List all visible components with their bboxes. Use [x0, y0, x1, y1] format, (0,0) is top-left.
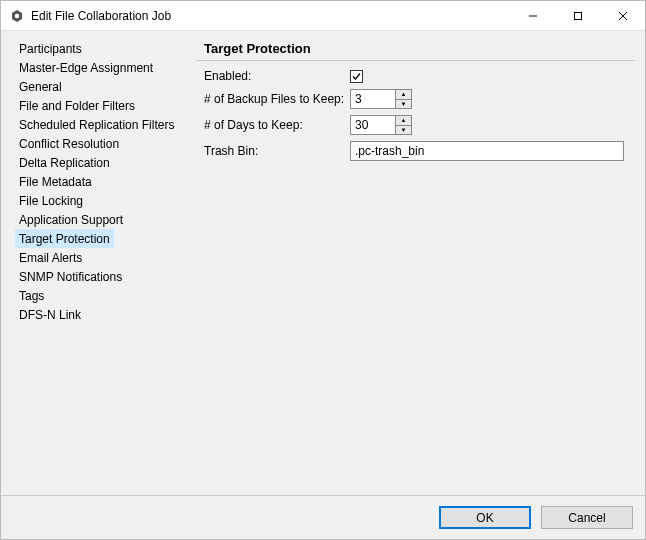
sidebar-item[interactable]: File and Folder Filters: [15, 96, 139, 115]
dialog-footer: OK Cancel: [1, 495, 645, 539]
form: Enabled: # of Backup Files to Keep: ▲ ▼: [196, 69, 635, 167]
days-label: # of Days to Keep:: [204, 118, 350, 132]
trash-input[interactable]: [350, 141, 624, 161]
backup-files-spin-buttons: ▲ ▼: [396, 89, 412, 109]
backup-files-spin-up[interactable]: ▲: [396, 90, 411, 99]
minimize-button[interactable]: [510, 1, 555, 30]
sidebar-item[interactable]: SNMP Notifications: [15, 267, 126, 286]
enabled-checkbox[interactable]: [350, 70, 363, 83]
sidebar-item[interactable]: Email Alerts: [15, 248, 86, 267]
window-controls: [510, 1, 645, 30]
days-spin-down[interactable]: ▼: [396, 125, 411, 135]
panel-divider: [196, 60, 635, 61]
backup-files-spin-down[interactable]: ▼: [396, 99, 411, 109]
sidebar-item[interactable]: Scheduled Replication Filters: [15, 115, 178, 134]
sidebar-item[interactable]: Tags: [15, 286, 48, 305]
ok-button-label: OK: [476, 511, 493, 525]
trash-label: Trash Bin:: [204, 144, 350, 158]
sidebar: ParticipantsMaster-Edge AssignmentGenera…: [1, 35, 196, 495]
ok-button[interactable]: OK: [439, 506, 531, 529]
row-trash: Trash Bin:: [204, 141, 635, 161]
main-panel: Target Protection Enabled: # of Backup F…: [196, 35, 645, 495]
app-icon: [9, 8, 25, 24]
row-backup-files: # of Backup Files to Keep: ▲ ▼: [204, 89, 635, 109]
sidebar-item[interactable]: Delta Replication: [15, 153, 114, 172]
sidebar-item[interactable]: Conflict Resolution: [15, 134, 123, 153]
svg-rect-3: [574, 12, 581, 19]
sidebar-item[interactable]: File Metadata: [15, 172, 96, 191]
enabled-label: Enabled:: [204, 69, 350, 83]
row-days: # of Days to Keep: ▲ ▼: [204, 115, 635, 135]
sidebar-item[interactable]: Application Support: [15, 210, 127, 229]
sidebar-item[interactable]: File Locking: [15, 191, 87, 210]
panel-title: Target Protection: [196, 35, 635, 60]
window-title: Edit File Collaboration Job: [31, 9, 510, 23]
sidebar-item[interactable]: Master-Edge Assignment: [15, 58, 157, 77]
svg-point-1: [15, 13, 19, 17]
cancel-button-label: Cancel: [568, 511, 605, 525]
backup-files-input[interactable]: [350, 89, 396, 109]
row-enabled: Enabled:: [204, 69, 635, 83]
cancel-button[interactable]: Cancel: [541, 506, 633, 529]
days-input[interactable]: [350, 115, 396, 135]
maximize-button[interactable]: [555, 1, 600, 30]
backup-files-label: # of Backup Files to Keep:: [204, 92, 350, 106]
sidebar-item[interactable]: DFS-N Link: [15, 305, 85, 324]
dialog-body: ParticipantsMaster-Edge AssignmentGenera…: [1, 31, 645, 495]
sidebar-item[interactable]: Target Protection: [15, 229, 114, 248]
days-spin-buttons: ▲ ▼: [396, 115, 412, 135]
titlebar: Edit File Collaboration Job: [1, 1, 645, 31]
days-spinner: ▲ ▼: [350, 115, 412, 135]
sidebar-item[interactable]: General: [15, 77, 66, 96]
sidebar-item[interactable]: Participants: [15, 39, 86, 58]
backup-files-spinner: ▲ ▼: [350, 89, 412, 109]
close-button[interactable]: [600, 1, 645, 30]
days-spin-up[interactable]: ▲: [396, 116, 411, 125]
dialog-window: Edit File Collaboration Job Participants…: [0, 0, 646, 540]
